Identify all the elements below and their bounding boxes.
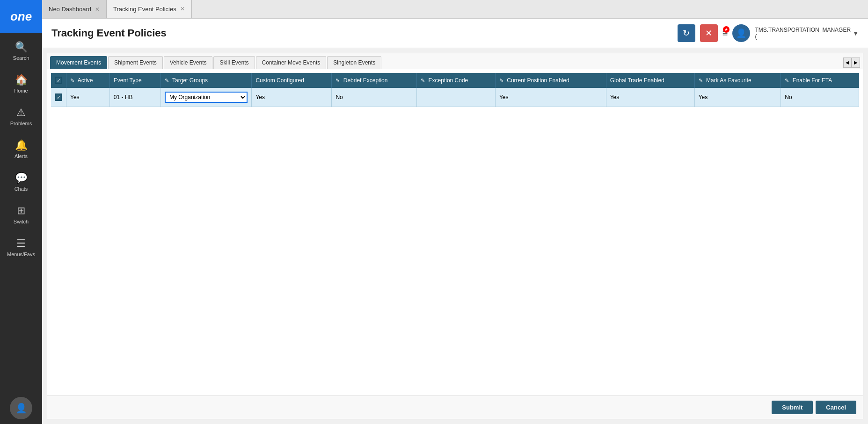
edit-icon: ✎	[699, 78, 703, 83]
cell-event-type: 01 - HB	[109, 88, 160, 107]
user-avatar-header: 👤	[732, 24, 750, 42]
edit-icon: ✎	[499, 78, 503, 83]
close-button[interactable]: ✕	[700, 24, 718, 42]
cell-exception-code	[417, 88, 496, 107]
tab-container-move-events[interactable]: Container Move Events	[256, 56, 327, 69]
cell-mark-as-favourite: Yes	[694, 88, 781, 107]
cell-enable-for-eta: No	[781, 88, 859, 107]
tab-scroll-controls: ◀ ▶	[843, 56, 860, 69]
header-right: ↻ ✕ ≡ ★ 👤 TMS.TRANSPORTATION_MANAGER ( ▼	[678, 24, 859, 42]
tab-neo-dashboard[interactable]: Neo Dashboard ✕	[42, 0, 107, 18]
col-header-debrief-exception: ✎ Debrief Exception	[332, 73, 417, 88]
cell-debrief-exception: No	[332, 88, 417, 107]
sidebar-item-switch[interactable]: ⊞ Switch	[0, 198, 42, 231]
sidebar-item-problems[interactable]: ⚠ Problems	[0, 100, 42, 133]
page-header: Tracking Event Policies ↻ ✕ ≡ ★ 👤 TMS.TR…	[42, 19, 868, 48]
user-sub: (	[755, 33, 851, 40]
sidebar-item-home[interactable]: 🏠 Home	[0, 67, 42, 100]
sidebar-item-label: Switch	[14, 219, 29, 224]
sidebar-item-label: Problems	[10, 121, 32, 126]
col-header-checkbox: ✓	[51, 73, 66, 88]
menu-icon: ☰	[16, 237, 26, 250]
chat-icon: 💬	[15, 172, 28, 184]
user-dropdown[interactable]: TMS.TRANSPORTATION_MANAGER ( ▼	[755, 27, 859, 40]
tab-vehicle-events[interactable]: Vehicle Events	[164, 56, 213, 69]
table-container: ✓ ✎ Active Event Type ✎ Target	[47, 69, 863, 395]
cell-active: Yes	[66, 88, 110, 107]
sidebar-item-alerts[interactable]: 🔔 Alerts	[0, 133, 42, 165]
target-groups-select[interactable]: My Organization	[165, 92, 248, 103]
sidebar-item-label: Chats	[15, 186, 28, 192]
tab-skill-events[interactable]: Skill Events	[213, 56, 255, 69]
dropdown-arrow-icon[interactable]: ▼	[853, 30, 859, 37]
tab-movement-events[interactable]: Movement Events	[50, 56, 107, 69]
tab-shipment-events[interactable]: Shipment Events	[108, 56, 163, 69]
select-all-checkbox[interactable]: ✓	[55, 77, 62, 84]
warning-icon: ⚠	[16, 107, 26, 119]
target-group-container: My Organization	[165, 92, 248, 103]
page-body: Movement Events Shipment Events Vehicle …	[47, 53, 863, 419]
tab-singleton-events[interactable]: Singleton Events	[327, 56, 381, 69]
row-checkbox-cell[interactable]: ✓	[51, 88, 66, 107]
cell-global-trade-enabled: Yes	[606, 88, 694, 107]
sidebar-item-label: Menus/Favs	[7, 252, 35, 257]
edit-icon: ✎	[336, 78, 340, 83]
bell-icon: 🔔	[15, 139, 28, 151]
user-name: TMS.TRANSPORTATION_MANAGER	[755, 27, 851, 33]
edit-icon: ✎	[785, 78, 789, 83]
event-tabs: Movement Events Shipment Events Vehicle …	[47, 53, 863, 69]
cancel-button[interactable]: Cancel	[816, 401, 856, 414]
sidebar-item-chats[interactable]: 💬 Chats	[0, 165, 42, 198]
close-tab-tracking-event-policies[interactable]: ✕	[180, 6, 185, 12]
page-title: Tracking Event Policies	[51, 27, 167, 39]
table-row: ✓ Yes 01 - HB My Organization	[51, 88, 859, 107]
col-header-mark-as-favourite: ✎ Mark As Favourite	[694, 73, 781, 88]
col-header-exception-code: ✎ Exception Code	[417, 73, 496, 88]
sidebar-item-label: Home	[14, 88, 28, 93]
col-header-global-trade-enabled: Global Trade Enabled	[606, 73, 694, 88]
cell-current-position-enabled: Yes	[495, 88, 606, 107]
col-header-custom-configured: Custom Configured	[252, 73, 332, 88]
user-avatar-sidebar[interactable]: 👤	[10, 397, 32, 419]
col-header-event-type: Event Type	[109, 73, 160, 88]
sidebar-item-menus[interactable]: ☰ Menus/Favs	[0, 231, 42, 264]
sidebar-item-label: Alerts	[15, 153, 28, 159]
main-area: Neo Dashboard ✕ Tracking Event Policies …	[42, 0, 868, 424]
sidebar: one 🔍 Search 🏠 Home ⚠ Problems 🔔 Alerts …	[0, 0, 42, 424]
tab-label: Tracking Event Policies	[113, 6, 176, 13]
scroll-left-button[interactable]: ◀	[843, 57, 852, 68]
sidebar-item-label: Search	[13, 55, 29, 61]
edit-icon: ✎	[70, 78, 74, 83]
edit-icon: ✎	[421, 78, 425, 83]
app-logo[interactable]: one	[0, 0, 42, 33]
cell-target-groups[interactable]: My Organization	[160, 88, 252, 107]
menu-button[interactable]: ≡ ★	[722, 28, 728, 39]
col-header-enable-for-eta: ✎ Enable For ETA	[781, 73, 859, 88]
home-icon: 🏠	[15, 74, 28, 86]
tracking-event-policies-table: ✓ ✎ Active Event Type ✎ Target	[51, 73, 859, 107]
col-header-active: ✎ Active	[66, 73, 110, 88]
refresh-button[interactable]: ↻	[678, 24, 695, 42]
submit-button[interactable]: Submit	[772, 401, 813, 414]
edit-icon: ✎	[165, 78, 169, 83]
tab-label: Neo Dashboard	[49, 6, 91, 13]
row-checkbox[interactable]: ✓	[55, 93, 62, 101]
tab-bar: Neo Dashboard ✕ Tracking Event Policies …	[42, 0, 868, 19]
col-header-current-position-enabled: ✎ Current Position Enabled	[495, 73, 606, 88]
col-header-target-groups: ✎ Target Groups	[160, 73, 252, 88]
tab-tracking-event-policies[interactable]: Tracking Event Policies ✕	[107, 0, 192, 18]
search-icon: 🔍	[15, 41, 28, 53]
switch-icon: ⊞	[17, 205, 25, 217]
scroll-right-button[interactable]: ▶	[852, 57, 860, 68]
cell-custom-configured: Yes	[252, 88, 332, 107]
notification-badge: ★	[723, 26, 729, 33]
logo-text: one	[10, 9, 32, 24]
page-footer: Submit Cancel	[47, 395, 863, 419]
close-tab-neo-dashboard[interactable]: ✕	[95, 6, 100, 13]
content-area: Tracking Event Policies ↻ ✕ ≡ ★ 👤 TMS.TR…	[42, 19, 868, 424]
sidebar-item-search[interactable]: 🔍 Search	[0, 35, 42, 67]
